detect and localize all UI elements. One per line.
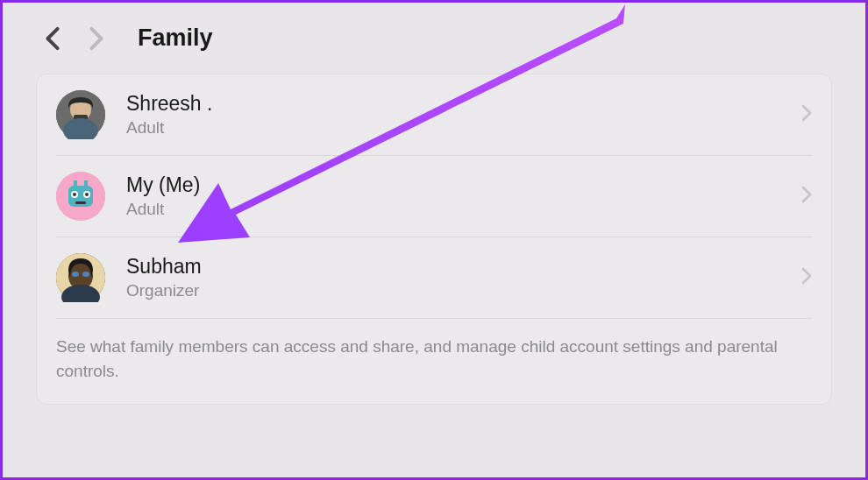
member-info: Subham Organizer xyxy=(126,254,801,302)
svg-point-16 xyxy=(82,272,89,277)
svg-point-15 xyxy=(72,272,79,277)
avatar xyxy=(56,253,105,302)
forward-button[interactable] xyxy=(89,26,104,51)
chevron-right-icon xyxy=(801,186,812,207)
member-row[interactable]: Shreesh . Adult xyxy=(56,74,812,156)
svg-point-9 xyxy=(85,193,89,196)
header-bar: Family xyxy=(3,3,865,65)
member-info: My (Me) Adult xyxy=(126,173,801,221)
svg-rect-10 xyxy=(75,201,86,204)
footer-description: See what family members can access and s… xyxy=(56,319,812,404)
chevron-right-icon xyxy=(801,267,812,288)
member-name: My (Me) xyxy=(126,173,801,199)
member-role: Adult xyxy=(126,199,801,221)
svg-point-7 xyxy=(73,193,76,196)
avatar xyxy=(56,172,105,221)
avatar xyxy=(56,90,105,139)
member-role: Organizer xyxy=(126,280,801,302)
member-name: Subham xyxy=(126,254,801,280)
member-row[interactable]: My (Me) Adult xyxy=(56,156,812,237)
family-panel: Shreesh . Adult My (Me) Adu xyxy=(36,74,832,405)
back-button[interactable] xyxy=(45,26,60,51)
page-title: Family xyxy=(138,25,213,52)
svg-rect-12 xyxy=(84,180,88,187)
member-row[interactable]: Subham Organizer xyxy=(56,237,812,319)
chevron-right-icon xyxy=(801,104,812,125)
svg-rect-11 xyxy=(74,180,77,187)
member-info: Shreesh . Adult xyxy=(126,91,801,139)
member-name: Shreesh . xyxy=(126,91,801,117)
member-role: Adult xyxy=(126,117,801,139)
